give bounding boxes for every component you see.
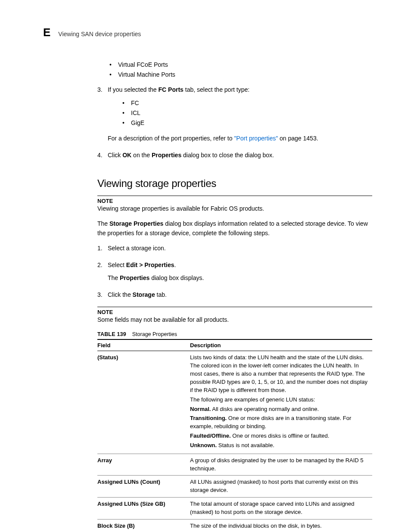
step-text: If you selected the FC Ports tab, select…	[108, 85, 372, 95]
step-text: Click OK on the Properties dialog box to…	[108, 150, 372, 160]
page-content: Virtual FCoE Ports Virtual Machine Ports…	[97, 60, 372, 532]
note-text: Viewing storage properties is available …	[97, 204, 372, 214]
step-number: 3.	[97, 85, 108, 146]
step-4: 4. Click OK on the Properties dialog box…	[97, 150, 372, 164]
table-caption: TABLE 139 Storage Properties	[97, 331, 372, 337]
table-row: Assigned LUNs (Size GB) The total amount…	[97, 498, 372, 520]
bullet-list-top: Virtual FCoE Ports Virtual Machine Ports	[108, 60, 372, 80]
table-row: (Status) Lists two kinds of data: the LU…	[97, 351, 372, 454]
step-2: 2. Select Edit > Properties. The Propert…	[97, 260, 372, 286]
list-item: Virtual Machine Ports	[108, 70, 372, 80]
page-header: E Viewing SAN device properties	[43, 26, 372, 39]
intro-paragraph: The Storage Properties dialog box displa…	[97, 219, 372, 238]
note-label: NOTE	[97, 309, 372, 315]
step-number: 4.	[97, 150, 108, 164]
section-heading: Viewing storage properties	[97, 177, 372, 190]
link-port-properties[interactable]: "Port properties"	[234, 135, 278, 142]
step-ref: For a description of the port properties…	[108, 134, 372, 143]
th-desc: Description	[190, 339, 372, 351]
list-item: ICL	[121, 108, 372, 118]
appendix-letter: E	[43, 26, 50, 39]
storage-properties-table: Field Description (Status) Lists two kin…	[97, 339, 372, 532]
table-row: Assigned LUNs (Count) All LUNs assigned …	[97, 476, 372, 498]
list-item: GigE	[121, 118, 372, 128]
note-2: NOTE Some fields may not be available fo…	[97, 307, 372, 325]
list-item: Virtual FCoE Ports	[108, 60, 372, 70]
step-3: 3. If you selected the FC Ports tab, sel…	[97, 85, 372, 146]
table-row: Array A group of disks designated by the…	[97, 454, 372, 476]
step-1: 1. Select a storage icon.	[97, 243, 372, 257]
header-title: Viewing SAN device properties	[58, 31, 141, 37]
note-label: NOTE	[97, 198, 372, 204]
th-field: Field	[97, 339, 190, 351]
note-1: NOTE Viewing storage properties is avail…	[97, 196, 372, 214]
step-3b: 3. Click the Storage tab.	[97, 290, 372, 303]
table-row: Block Size (B) The size of the individua…	[97, 519, 372, 532]
bullet-list-fc: FC ICL GigE	[121, 98, 372, 128]
note-text: Some fields may not be available for all…	[97, 315, 372, 325]
list-item: FC	[121, 98, 372, 108]
